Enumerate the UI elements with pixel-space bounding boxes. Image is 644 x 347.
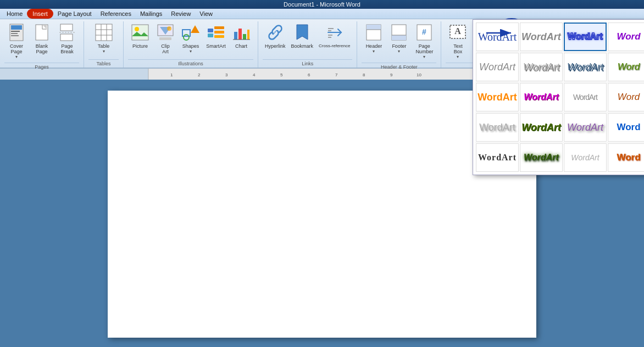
- svg-text:A: A: [455, 26, 462, 36]
- footer-icon: [389, 23, 409, 42]
- svg-text:3: 3: [225, 72, 228, 77]
- wordart-style-5[interactable]: WordArt: [476, 53, 519, 81]
- svg-rect-33: [247, 30, 249, 40]
- menu-bar: Home Insert Page Layout References Maili…: [0, 9, 644, 19]
- wordart-style-9[interactable]: WordArt: [476, 83, 519, 111]
- svg-rect-2: [11, 31, 20, 32]
- wordart-dropdown: WordArt WordArt WordArt Word WordArt: [473, 19, 644, 175]
- blank-page-label: BlankPage: [36, 43, 48, 54]
- wordart-style-4[interactable]: Word: [608, 23, 644, 51]
- wordart-style-19[interactable]: WordArt: [564, 143, 607, 172]
- menu-references[interactable]: References: [96, 9, 136, 18]
- tables-group-label: Tables: [88, 59, 119, 68]
- menu-mailings[interactable]: Mailings: [136, 9, 166, 18]
- svg-marker-22: [191, 25, 199, 33]
- page-break-icon: [57, 23, 77, 42]
- wordart-style-16[interactable]: Word: [608, 113, 644, 142]
- ribbon-group-pages: CoverPage ▾ BlankPage PageBreak Pages: [0, 21, 84, 68]
- menu-view[interactable]: View: [195, 9, 217, 18]
- menu-review[interactable]: Review: [166, 9, 195, 18]
- wordart-style-10[interactable]: WordArt: [520, 83, 563, 111]
- menu-home[interactable]: Home: [2, 9, 27, 18]
- page-number-button[interactable]: # PageNumber ▾: [412, 21, 436, 60]
- svg-rect-25: [208, 33, 213, 37]
- smartart-label: SmartArt: [206, 43, 226, 49]
- text-box-label: TextBox: [453, 43, 463, 54]
- menu-insert[interactable]: Insert: [27, 9, 53, 19]
- page-break-button[interactable]: PageBreak: [55, 21, 79, 55]
- table-button[interactable]: Table ▾: [88, 21, 119, 55]
- wordart-style-20[interactable]: Word: [608, 143, 644, 172]
- table-arrow: ▾: [103, 49, 105, 54]
- svg-point-16: [135, 27, 139, 31]
- links-group-label: Links: [263, 59, 352, 68]
- document-page[interactable]: [108, 91, 536, 338]
- clip-art-button[interactable]: ClipArt: [153, 21, 177, 55]
- shapes-button[interactable]: Shapes ▾: [179, 21, 203, 55]
- svg-rect-31: [238, 29, 242, 40]
- picture-icon: [130, 23, 150, 42]
- menu-page-layout[interactable]: Page Layout: [53, 9, 96, 18]
- svg-rect-28: [214, 35, 224, 38]
- page-number-icon: #: [414, 23, 434, 42]
- cross-reference-label: Cross-reference: [319, 43, 350, 48]
- svg-rect-24: [208, 29, 213, 32]
- text-box-button[interactable]: A TextBox ▾: [446, 21, 470, 60]
- cross-reference-icon: [325, 23, 345, 42]
- svg-rect-18: [159, 37, 171, 40]
- ribbon-group-links: Hyperlink Bookmark Cross-reference Links: [258, 21, 357, 68]
- svg-rect-3: [11, 33, 18, 34]
- header-button[interactable]: Header ▾: [362, 21, 386, 55]
- svg-text:#: #: [422, 27, 426, 36]
- wordart-style-7[interactable]: WordArt: [564, 53, 607, 81]
- wordart-style-11[interactable]: WordArt: [564, 83, 607, 111]
- svg-text:9: 9: [390, 72, 393, 77]
- wordart-style-1[interactable]: WordArt: [476, 23, 519, 51]
- smartart-button[interactable]: SmartArt: [204, 21, 228, 50]
- svg-rect-21: [182, 30, 190, 36]
- svg-text:8: 8: [363, 72, 365, 77]
- svg-rect-7: [60, 24, 73, 31]
- svg-text:2: 2: [198, 72, 201, 77]
- svg-text:7: 7: [335, 72, 338, 77]
- header-icon: [364, 23, 384, 42]
- wordart-style-3[interactable]: WordArt: [564, 23, 607, 51]
- page-break-label: PageBreak: [60, 43, 74, 54]
- wordart-style-12[interactable]: Word: [608, 83, 644, 111]
- picture-button[interactable]: Picture: [128, 21, 152, 50]
- wordart-style-8[interactable]: Word: [608, 53, 644, 81]
- bookmark-button[interactable]: Bookmark: [289, 21, 316, 50]
- blank-page-button[interactable]: BlankPage: [30, 21, 54, 55]
- wordart-style-15[interactable]: WordArt: [564, 113, 607, 142]
- wordart-style-13[interactable]: WordArt: [476, 113, 519, 142]
- header-arrow: ▾: [373, 49, 375, 54]
- svg-rect-10: [96, 24, 112, 41]
- header-label: Header: [366, 43, 382, 49]
- wordart-style-2[interactable]: WordArt: [520, 23, 563, 51]
- table-label: Table: [98, 43, 110, 49]
- hyperlink-label: Hyperlink: [265, 43, 286, 49]
- shapes-icon: [181, 23, 201, 42]
- cover-page-button[interactable]: CoverPage ▾: [4, 21, 29, 60]
- svg-text:6: 6: [308, 72, 310, 77]
- svg-rect-27: [214, 31, 224, 33]
- ribbon-group-illustrations: Picture ClipArt Shapes ▾: [124, 21, 258, 68]
- wordart-style-14[interactable]: WordArt: [520, 113, 563, 142]
- wordart-style-6[interactable]: WordArt: [520, 53, 563, 81]
- svg-rect-26: [214, 26, 224, 29]
- page-number-arrow: ▾: [423, 54, 425, 59]
- svg-marker-36: [297, 25, 308, 40]
- svg-text:1: 1: [170, 72, 173, 77]
- svg-rect-32: [243, 34, 246, 40]
- footer-button[interactable]: Footer ▾: [387, 21, 411, 55]
- chart-button[interactable]: Chart: [229, 21, 253, 50]
- pages-group-label: Pages: [4, 63, 79, 71]
- svg-text:5: 5: [280, 72, 283, 77]
- wordart-style-18[interactable]: WordArt: [520, 143, 563, 172]
- bookmark-icon: [292, 23, 312, 42]
- cross-reference-button[interactable]: Cross-reference: [317, 21, 352, 49]
- hyperlink-icon: [265, 23, 285, 42]
- wordart-style-17[interactable]: WordArt: [476, 143, 519, 172]
- hyperlink-button[interactable]: Hyperlink: [263, 21, 288, 50]
- picture-label: Picture: [132, 43, 148, 49]
